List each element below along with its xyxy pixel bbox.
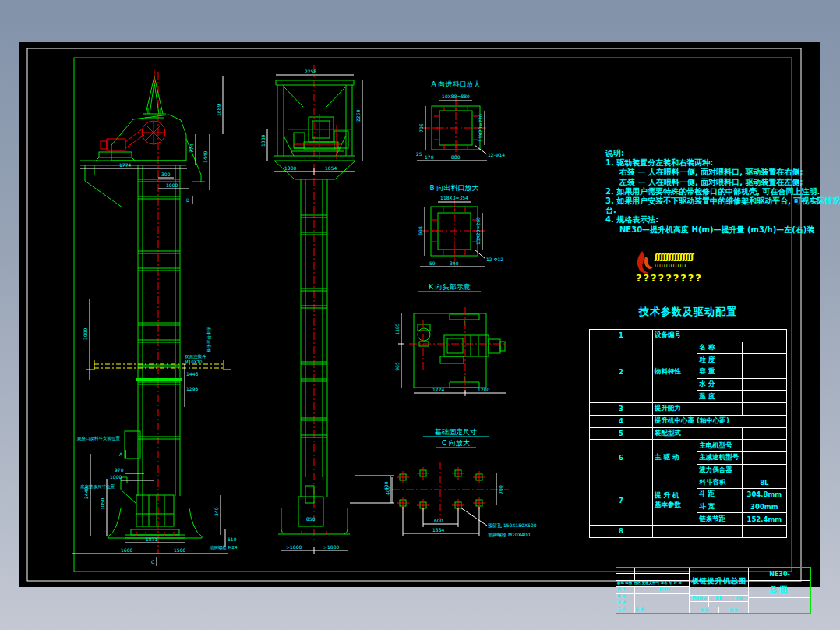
sub-label: 液力偶合器 <box>697 464 742 476</box>
dim-a-left: 795 <box>418 123 424 133</box>
platform-note-2: M10X70 <box>185 359 203 364</box>
row-label: 提 升 机 基本参数 <box>653 476 697 526</box>
notes-title: 说明: <box>605 149 839 158</box>
tech-params-table: 1 设备编号 2 物料特性 名 称 粒 度 容 重 水 分 温 度 3 提升能力… <box>589 329 787 538</box>
sub-label: 名 称 <box>697 342 742 354</box>
dim-1774: 1774 <box>119 162 131 168</box>
tech-table-title: 技术参数及驱动配置 <box>589 305 787 319</box>
row-label: 提升机中心高 (轴中心距) <box>653 415 787 427</box>
detail-a-inlet: A 向进料口放大 10X88=880 795 25 170 800 11X20=… <box>416 80 505 161</box>
drawing-title: 板链提升机总图 <box>690 568 748 596</box>
dim-1054: 1054 <box>325 165 337 171</box>
dim-1000b: 1000 <box>110 474 122 480</box>
dim-1300: 1300 <box>284 165 296 171</box>
dim-k-1774: 1774 <box>432 387 444 392</box>
table-row: 3 提升能力 <box>590 403 787 416</box>
row-label-line2: 基本参数 <box>655 501 695 510</box>
cad-canvas: 1774 300 1000 1689 774 1449 3000 1446 12… <box>19 42 820 587</box>
title-block: 标记 处数 分区 更改文件号 签名 年 月 日 设 计 标准化 校 对 审 核 … <box>616 567 811 614</box>
dim-3000: 3000 <box>83 328 88 340</box>
row-no: 7 <box>590 476 653 526</box>
sheet-name: 总图 <box>749 581 810 598</box>
dim-b-right: 13X20=260 <box>475 217 481 245</box>
base-note: 底座垫板尺寸位置 <box>80 484 115 490</box>
note-line: 左装 — 人在喂料一侧, 面对喂料口, 驱动装置在左侧; <box>605 178 839 187</box>
dim-k-965: 965 <box>394 362 400 371</box>
note-line: 2. 如果用户需要特殊的带检修口的中部机壳, 可在合同上注明. <box>605 187 839 196</box>
cell-value: 8L <box>742 476 786 489</box>
dim-k-1185: 1185 <box>394 323 400 334</box>
row-label: 物料特性 <box>653 342 697 402</box>
cell-value <box>742 366 786 379</box>
process-label: 工 艺 <box>616 607 635 613</box>
cell-value <box>742 354 786 366</box>
marker-c: C <box>151 559 154 565</box>
boot-section <box>108 477 202 538</box>
table-row: 2 物料特性 名 称 <box>590 342 787 354</box>
table-row: 1 设备编号 <box>590 330 787 342</box>
head-pulley <box>142 121 165 144</box>
sub-label: 温 度 <box>697 391 742 403</box>
dim-2258: 2258 <box>305 69 316 74</box>
sub-label: 粒 度 <box>697 354 742 366</box>
dim-a-top: 10X88=880 <box>442 94 470 99</box>
scale-label: 比例 <box>729 596 748 601</box>
model-code: NE30- <box>749 568 810 581</box>
anchor-note: 地脚螺栓 M24 <box>209 545 238 550</box>
dim-1449: 1449 <box>203 151 208 163</box>
dim-340: 340 <box>214 507 219 516</box>
row-label <box>653 526 743 538</box>
cell-value <box>742 427 786 440</box>
detail-k-title: K 向头部示意 <box>429 283 471 291</box>
dim-1446: 1446 <box>186 371 198 377</box>
table-row: 4 提升机中心高 (轴中心距) <box>590 415 787 427</box>
sub-label: 主电机型号 <box>697 440 742 452</box>
cell-value <box>742 464 786 476</box>
dim-1689: 1689 <box>216 104 221 116</box>
check-label: 校 对 <box>616 594 635 600</box>
detail-k-dimensions: 1774 1200 1185 965 <box>394 313 506 396</box>
table-row: 8 <box>590 526 787 538</box>
dim-1500: 1500 <box>174 547 185 553</box>
title-block-center: 板链提升机总图 阶段标记 重量 比例 共 张 第 张 <box>690 568 749 613</box>
cell-value <box>742 526 786 538</box>
dim-b-left: 998 <box>418 226 423 235</box>
row-no: 2 <box>590 342 653 402</box>
table-row: 7 提 升 机 基本参数 料斗容积 8L <box>590 476 787 489</box>
door-note: 观察口及料斗安装位置 <box>77 436 121 441</box>
revision-header: 标记 处数 分区 更改文件号 签名 年 月 日 <box>616 581 689 586</box>
platform-note-1: 双面连接件 <box>184 354 206 359</box>
detail-c-title1: 基础固定尺寸 <box>435 428 477 436</box>
dim-b-top: 118X3=354 <box>440 195 468 200</box>
table-row: 6 主 驱 动 主电机型号 <box>590 440 787 452</box>
cell-value <box>742 391 786 403</box>
row-label: 装配型式 <box>653 427 743 440</box>
front-view-drawing: 2258 2250 1000 1300 1054 400 >1000 >1000… <box>260 65 394 554</box>
logo-caption: ????????? <box>636 272 703 284</box>
dim-k-1200: 1200 <box>478 387 489 392</box>
note-b-holes: 12-Φ12 <box>486 257 503 262</box>
row-no: 4 <box>590 415 653 427</box>
dim-2250: 2250 <box>355 110 361 122</box>
note-c-bolt: 地脚螺栓 M20X400 <box>488 532 530 538</box>
audit-label: 审 核 <box>616 600 635 606</box>
sub-label: 斗 宽 <box>697 501 742 513</box>
row-no: 5 <box>590 427 653 440</box>
company-logo: ʃʃʃʃʃʃʃʃʃʃʃʃʃʃ ıııııııııııııı ????????? <box>634 250 728 280</box>
dim-1000: 1000 <box>166 182 178 188</box>
dim-gt1000a: >1000 <box>286 544 302 550</box>
dim-f1000: 1000 <box>260 135 266 147</box>
logo-text-row: ʃʃʃʃʃʃʃʃʃʃʃʃʃʃ <box>655 252 694 262</box>
weight-label: 重量 <box>709 596 729 601</box>
logo-dots-row: ıııııııııııııı <box>655 263 686 269</box>
cell-value <box>742 440 786 452</box>
dim-1600: 1600 <box>121 547 132 553</box>
detail-a-dimensions: 10X88=880 795 25 170 800 11X20=220 12-Φ1… <box>416 94 505 161</box>
detail-c-title2: C 向放大 <box>442 439 470 447</box>
row-label: 提升能力 <box>653 403 743 416</box>
row-no: 8 <box>590 526 653 538</box>
table-row: 5 装配型式 <box>590 427 787 440</box>
sub-label: 容 重 <box>697 366 742 379</box>
dim-b-b2: 390 <box>450 260 459 266</box>
drive-assembly <box>288 114 353 159</box>
